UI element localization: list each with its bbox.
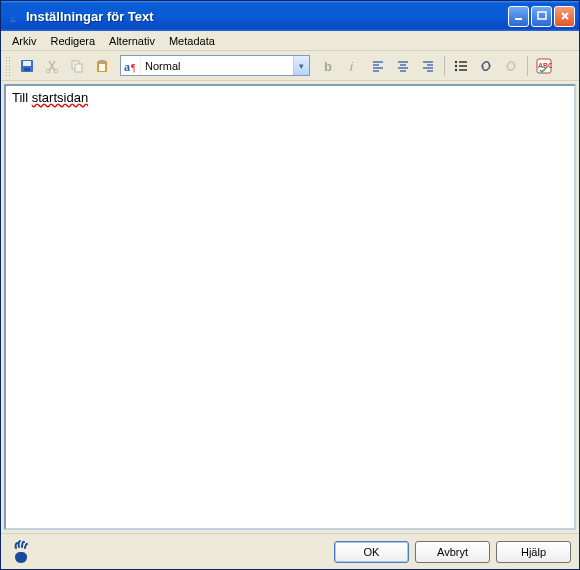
maximize-button[interactable] [531,6,552,27]
editor-text: Till [12,90,32,105]
bold-button[interactable]: b [317,55,339,77]
spellcheck-button[interactable]: ABC [533,55,555,77]
chevron-down-icon[interactable]: ▾ [293,56,309,75]
ok-button[interactable]: OK [334,541,409,563]
bulleted-list-button[interactable] [450,55,472,77]
align-left-button[interactable] [367,55,389,77]
text-editor[interactable]: Till startsidan [4,84,576,530]
cancel-button[interactable]: Avbryt [415,541,490,563]
remove-link-button[interactable] [500,55,522,77]
titlebar[interactable]: Inställningar för Text [1,1,579,31]
svg-rect-8 [75,64,82,72]
paste-button[interactable] [91,55,113,77]
svg-point-16 [455,60,457,62]
app-logo-icon [9,540,33,564]
svg-rect-11 [99,64,105,71]
svg-rect-0 [515,18,522,20]
window: Inställningar för Text Arkiv Redigera Al… [0,0,580,570]
svg-rect-10 [99,60,105,63]
copy-button[interactable] [66,55,88,77]
cut-button[interactable] [41,55,63,77]
window-title: Inställningar för Text [26,9,508,24]
style-dropdown[interactable]: a¶ Normal ▾ [120,55,310,76]
align-center-button[interactable] [392,55,414,77]
svg-point-18 [455,68,457,70]
svg-point-17 [455,64,457,66]
italic-button[interactable]: i [342,55,364,77]
svg-rect-4 [24,68,30,71]
help-button[interactable]: Hjälp [496,541,571,563]
svg-text:i: i [350,59,354,74]
insert-link-button[interactable] [475,55,497,77]
toolbar-separator [444,56,445,76]
style-value: Normal [141,60,293,72]
menu-arkiv[interactable]: Arkiv [5,33,43,49]
bottombar: OK Avbryt Hjälp [1,533,579,569]
svg-rect-1 [538,12,546,19]
svg-text:a: a [124,60,130,74]
svg-text:¶: ¶ [131,62,136,73]
style-icon: a¶ [121,56,141,75]
toolbar-separator-2 [527,56,528,76]
svg-rect-3 [23,61,31,66]
align-right-button[interactable] [417,55,439,77]
minimize-button[interactable] [508,6,529,27]
toolbar: a¶ Normal ▾ b i [1,51,579,81]
menu-redigera[interactable]: Redigera [43,33,102,49]
toolbar-grip [5,56,11,76]
window-controls [508,6,575,27]
java-icon [5,8,21,24]
menu-alternativ[interactable]: Alternativ [102,33,162,49]
editor-frame: Till startsidan [1,81,579,533]
menubar: Arkiv Redigera Alternativ Metadata [1,31,579,51]
close-button[interactable] [554,6,575,27]
menu-metadata[interactable]: Metadata [162,33,222,49]
svg-text:b: b [324,59,332,74]
editor-misspelled: startsidan [32,90,88,105]
save-button[interactable] [16,55,38,77]
